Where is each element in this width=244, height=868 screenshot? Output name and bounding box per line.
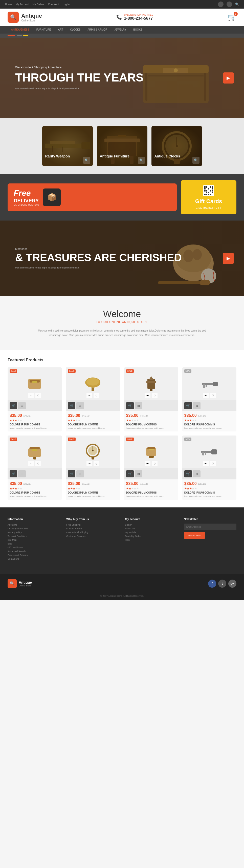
product-action-btn-3b[interactable]: ⊞ [135,402,142,409]
product-action-btn-2b[interactable]: ⊞ [76,402,84,409]
footer-link-freeship[interactable]: Free Shipping [66,524,119,526]
add-to-cart-btn-6[interactable]: 🛒 [68,470,75,477]
cart-button[interactable]: 🛒 1 [227,13,237,22]
product-view-icon-5[interactable]: 👁 [28,461,34,466]
nav-arms[interactable]: Arms & Armor [84,26,111,34]
product-img-8: New 👁 ♡ [182,435,237,468]
product-heart-icon-1[interactable]: ♡ [35,393,41,398]
nav-jewelry[interactable]: Jewelry [111,26,130,34]
googleplus-button[interactable]: g+ [228,580,237,588]
nav-clocks[interactable]: Clocks [66,26,84,34]
search-icon[interactable]: 🔍 [235,2,239,6]
product-heart-icon-6[interactable]: ♡ [93,461,99,466]
category-clocks[interactable]: Antique Clocks 🔍 [152,126,202,166]
svg-rect-30 [200,280,210,285]
add-to-cart-btn-8[interactable]: 🛒 [184,470,192,477]
slider-dot-3[interactable] [23,35,28,36]
hero-subtitle: We Provide A Shopping Adventure [15,66,144,69]
furniture-search-btn[interactable]: 🔍 [138,157,145,164]
gift-cards-promo[interactable]: Gift Cards GIVE THE BEST GIFT [181,180,237,214]
footer-link-help[interactable]: Help [125,539,178,541]
footer-link-track[interactable]: Track My Order [125,535,178,537]
add-to-cart-btn-5[interactable]: 🛒 [9,470,17,477]
slider-dot-1[interactable] [7,35,15,36]
product-action-btn-5b[interactable]: ⊞ [18,470,26,477]
hero2-next-button[interactable]: ▶ [223,253,234,264]
footer-link-sitemap[interactable]: Site Map [7,539,60,541]
nav-antiqueness[interactable]: Antiqueness [7,26,33,34]
product-action-btn-8b[interactable]: ⊞ [193,470,200,477]
furniture-overlay: Antique Furniture 🔍 [97,126,147,166]
footer-link-blog[interactable]: Blog [7,542,60,545]
footer-link-returns[interactable]: Orders and Returns [7,554,60,556]
footer-link-intship[interactable]: International Shipping [66,531,119,534]
topbar-checkout[interactable]: Checkout [48,3,59,6]
product-old-price-4: $45.00 [198,414,206,417]
nav-books[interactable]: Books [130,26,146,34]
product-view-icon-6[interactable]: 👁 [86,461,92,466]
clocks-search-btn[interactable]: 🔍 [192,157,199,164]
footer-link-reviews[interactable]: Customer Reviews [66,535,119,537]
add-to-cart-btn-2[interactable]: 🛒 [68,402,75,409]
product-view-icon-3[interactable]: 👁 [145,393,151,398]
product-action-btn-7b[interactable]: ⊞ [135,470,142,477]
footer-link-search[interactable]: Advanced Search [7,550,60,553]
footer-link-giftcert[interactable]: Gift Certificates [7,546,60,549]
nav-furniture[interactable]: Furniture [33,26,55,34]
product-image-7 [141,442,161,462]
add-to-cart-btn-3[interactable]: 🛒 [126,402,134,409]
footer-link-terms[interactable]: Terms & Conditions [7,535,60,537]
footer-why-title: Why buy from us [66,518,119,521]
product-view-icon-4[interactable]: 👁 [203,393,209,398]
product-view-icon-8[interactable]: 👁 [203,461,209,466]
footer-link-wishlist[interactable]: My Wishlist [125,531,178,534]
logo-icon: 🔍 [7,11,19,23]
product-heart-icon-2[interactable]: ♡ [93,393,99,398]
svg-rect-61 [205,453,206,455]
footer-link-instore[interactable]: In Store Return [66,527,119,530]
product-name-8: DOLORE IPSUM COMMIS [184,491,235,494]
add-to-cart-btn-4[interactable]: 🛒 [184,402,192,409]
topbar-account[interactable]: My Account [16,3,29,6]
product-card-5: Sale 👁 ♡ 🛒 ⊞ $35.00 $45.0 [7,435,62,500]
product-heart-icon-4[interactable]: ♡ [210,393,216,398]
product-heart-icon-7[interactable]: ♡ [152,461,158,466]
newsletter-input[interactable] [184,524,237,530]
footer-link-contact[interactable]: Contact Us [7,558,60,560]
product-action-btn-6b[interactable]: ⊞ [76,470,84,477]
footer-link-delivery[interactable]: Delivery Information [7,527,60,530]
footer-link-signin[interactable]: Sign In [125,524,178,526]
footer-copyright-bar: © 2017 Antique Store. All Rights Reserve… [0,593,244,600]
facebook-button[interactable]: f [208,580,216,588]
top-bar: Home My Account My Orders Checkout Log I… [0,0,244,8]
topbar-login[interactable]: Log In [62,3,70,6]
product-actions-1: 🛒 ⊞ [7,400,62,411]
category-furniture[interactable]: Antique Furniture 🔍 [97,126,147,166]
product-action-btn-1b[interactable]: ⊞ [18,402,26,409]
product-heart-icon-8[interactable]: ♡ [210,461,216,466]
twitter-button[interactable]: t [218,580,226,588]
category-weapon[interactable]: Rarity Weapon 🔍 [42,126,93,166]
product-heart-icon-3[interactable]: ♡ [152,393,158,398]
product-view-icon-2[interactable]: 👁 [86,393,92,398]
product-view-icon-1[interactable]: 👁 [28,393,34,398]
hero-next-button[interactable]: ▶ [223,72,234,84]
slider-dot-2[interactable] [17,35,22,36]
product-desc-5: Ipsum commite mes cume dra sed inena.. [9,495,60,498]
weapon-search-btn[interactable]: 🔍 [83,157,90,164]
footer-link-about[interactable]: About Us [7,524,60,526]
product-view-icon-7[interactable]: 👁 [145,461,151,466]
product-heart-icon-5[interactable]: ♡ [35,461,41,466]
add-to-cart-btn-7[interactable]: 🛒 [126,470,134,477]
newsletter-button[interactable]: Subscribe [184,532,205,539]
product-action-btn-4b[interactable]: ⊞ [193,402,200,409]
footer-link-privacy[interactable]: Privacy Policy [7,531,60,534]
topbar-home[interactable]: Home [5,3,12,6]
logo-sub: Online Store [21,19,42,22]
footer-link-cart[interactable]: View Cart [125,527,178,530]
topbar-orders[interactable]: My Orders [32,3,44,6]
product-desc-6: Ipsum commite mes cume dra sed inena.. [68,495,118,498]
add-to-cart-btn-1[interactable]: 🛒 [9,402,17,409]
nav-art[interactable]: Art [54,26,66,34]
svg-rect-56 [149,449,154,451]
